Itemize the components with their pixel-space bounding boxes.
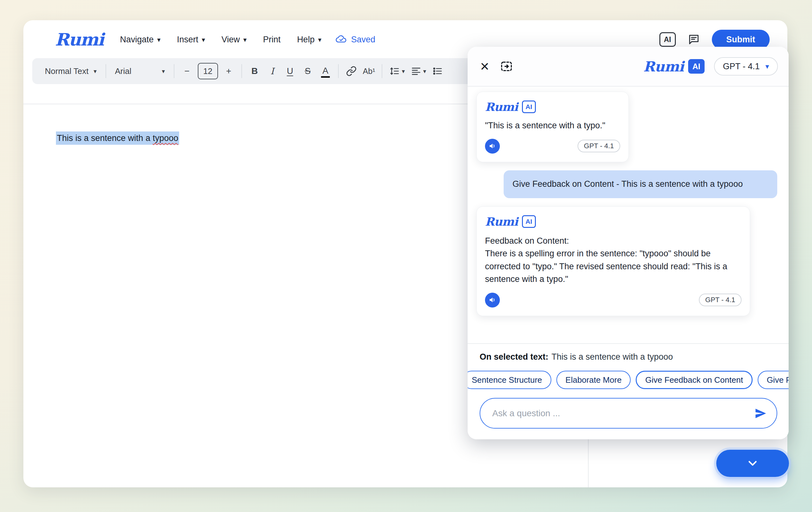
selected-text-label: On selected text:: [480, 352, 549, 362]
close-icon[interactable]: ×: [478, 59, 491, 74]
saved-label: Saved: [351, 35, 375, 45]
ai-panel-header: × Rumi AI GPT - 4.1 ▾: [468, 47, 789, 87]
toolbar-divider: [241, 64, 242, 78]
chevron-down-icon: ▾: [765, 62, 769, 71]
quick-actions-scroller[interactable]: Sentence Structure Elaborate More Give F…: [468, 369, 789, 390]
line-spacing-icon: [389, 66, 400, 76]
speaker-icon: [489, 142, 497, 150]
send-icon: [753, 407, 768, 420]
line-spacing-button[interactable]: ▾: [386, 66, 408, 76]
chat-messages: Rumi AI "This is a sentence with a typo.…: [468, 87, 789, 343]
selected-text[interactable]: This is a sentence with a typooo: [56, 132, 179, 145]
paragraph-style-select[interactable]: Normal Text ▾: [40, 66, 102, 76]
read-aloud-button[interactable]: [485, 139, 500, 153]
send-button[interactable]: [753, 407, 768, 420]
underline-button[interactable]: U: [281, 62, 299, 80]
speaker-icon: [489, 296, 497, 304]
ai-message: Rumi AI "This is a sentence with a typo.…: [476, 92, 629, 162]
text-color-swatch: [321, 76, 330, 78]
ai-message-text: "This is a sentence with a typo.": [485, 120, 620, 132]
ai-tools-icon[interactable]: AI: [659, 32, 676, 47]
link-icon: [346, 66, 357, 77]
ai-badge: AI: [688, 59, 704, 74]
ai-message-text: There is a spelling error in the sentenc…: [485, 247, 742, 286]
chevron-down-icon: ▾: [402, 68, 405, 75]
menu-help[interactable]: Help ▾: [297, 35, 321, 45]
submit-button[interactable]: Submit: [712, 30, 770, 49]
ai-message-title: Feedback on Content:: [485, 234, 742, 248]
align-button[interactable]: ▾: [408, 66, 429, 76]
strikethrough-button[interactable]: S: [299, 62, 317, 80]
ai-panel-footer: On selected text:This is a sentence with…: [468, 343, 789, 439]
bold-button[interactable]: B: [246, 62, 263, 80]
toolbar-divider: [338, 64, 339, 78]
rumi-logo: Rumi: [55, 29, 104, 50]
document-text[interactable]: This is a sentence with a typooo: [56, 133, 179, 143]
list-button[interactable]: [429, 66, 446, 76]
model-badge: GPT - 4.1: [699, 294, 742, 306]
scroll-to-bottom-button[interactable]: [716, 450, 789, 477]
saved-status: Saved: [335, 34, 375, 45]
toolbar-divider: [382, 64, 382, 78]
rumi-ai-logo: Rumi AI: [643, 58, 704, 75]
chip-give-feedback[interactable]: Give F: [758, 371, 789, 389]
font-size-increase-button[interactable]: +: [220, 62, 238, 80]
chevron-down-icon: ▾: [423, 68, 426, 75]
chevron-down-icon: ▾: [243, 36, 247, 43]
insert-link-button[interactable]: [343, 62, 360, 80]
cloud-saved-icon: [335, 34, 347, 45]
question-input-container: [480, 398, 777, 429]
read-aloud-button[interactable]: [485, 293, 500, 308]
chevron-down-icon: ▾: [318, 36, 322, 43]
font-size-decrease-button[interactable]: −: [178, 62, 196, 80]
rumi-ai-logo: Rumi AI: [485, 100, 620, 113]
selected-text-value: This is a sentence with a typooo: [552, 352, 673, 362]
chip-sentence-structure[interactable]: Sentence Structure: [468, 371, 551, 389]
italic-button[interactable]: I: [263, 62, 281, 80]
ai-badge: AI: [522, 215, 536, 228]
footnote-button[interactable]: Ab¹: [360, 62, 378, 80]
model-badge: GPT - 4.1: [578, 140, 620, 152]
menu-insert[interactable]: Insert ▾: [177, 35, 205, 45]
main-menu: Navigate ▾ Insert ▾ View ▾ Print Help ▾: [120, 35, 321, 45]
screenshot-capture-icon[interactable]: [499, 59, 514, 74]
question-input[interactable]: [492, 408, 748, 419]
chip-give-feedback-on-content[interactable]: Give Feedback on Content: [636, 371, 752, 389]
text-color-button[interactable]: A: [317, 62, 334, 80]
misspelled-word[interactable]: typooo: [153, 133, 178, 143]
chevron-down-icon: ▾: [93, 68, 97, 75]
chevron-down-icon: [744, 457, 761, 470]
rumi-ai-logo: Rumi AI: [485, 215, 742, 228]
chevron-down-icon: ▾: [162, 68, 165, 75]
menu-navigate[interactable]: Navigate ▾: [120, 35, 161, 45]
font-size-input[interactable]: 12: [198, 63, 218, 79]
header-actions: AI Submit: [659, 30, 770, 49]
align-left-icon: [411, 66, 421, 76]
selected-text-summary: On selected text:This is a sentence with…: [480, 352, 777, 362]
chevron-down-icon: ▾: [157, 36, 161, 43]
toolbar-divider: [106, 64, 106, 78]
user-message: Give Feedback on Content - This is a sen…: [504, 170, 777, 198]
font-family-select[interactable]: Arial ▾: [110, 66, 170, 76]
ai-message: Rumi AI Feedback on Content: There is a …: [476, 206, 750, 316]
menu-print[interactable]: Print: [263, 35, 281, 45]
menu-view[interactable]: View ▾: [222, 35, 247, 45]
toolbar-divider: [174, 64, 174, 78]
bulleted-list-icon: [433, 66, 443, 76]
model-selector[interactable]: GPT - 4.1 ▾: [714, 57, 778, 76]
ai-badge: AI: [522, 101, 536, 113]
chip-elaborate-more[interactable]: Elaborate More: [556, 371, 631, 389]
chevron-down-icon: ▾: [202, 36, 205, 43]
chat-icon[interactable]: [687, 33, 700, 46]
ai-assistant-panel: × Rumi AI GPT - 4.1 ▾ Rumi AI "This is a…: [468, 47, 789, 439]
